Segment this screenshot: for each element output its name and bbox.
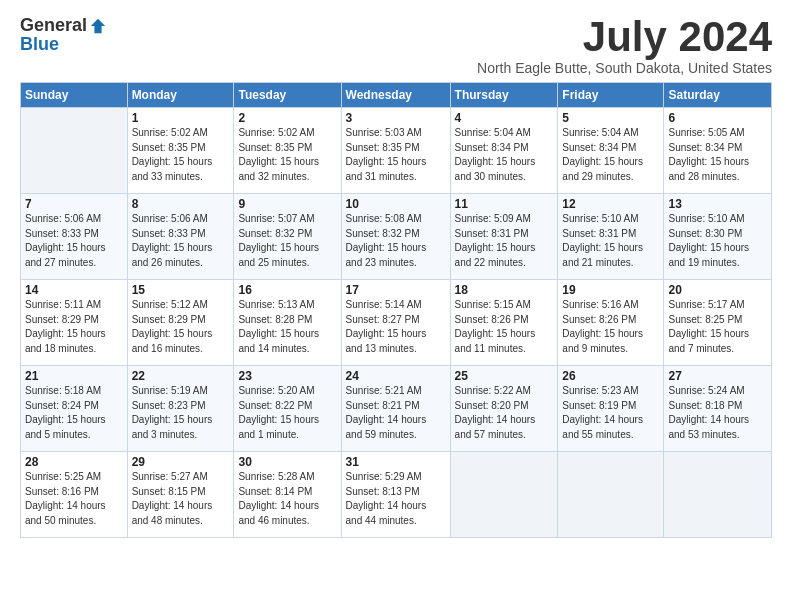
- table-row: 9Sunrise: 5:07 AM Sunset: 8:32 PM Daylig…: [234, 194, 341, 280]
- day-number: 24: [346, 369, 446, 383]
- header-monday: Monday: [127, 83, 234, 108]
- table-row: 27Sunrise: 5:24 AM Sunset: 8:18 PM Dayli…: [664, 366, 772, 452]
- table-row: 24Sunrise: 5:21 AM Sunset: 8:21 PM Dayli…: [341, 366, 450, 452]
- table-row: 26Sunrise: 5:23 AM Sunset: 8:19 PM Dayli…: [558, 366, 664, 452]
- table-row: 20Sunrise: 5:17 AM Sunset: 8:25 PM Dayli…: [664, 280, 772, 366]
- day-number: 9: [238, 197, 336, 211]
- table-row: 10Sunrise: 5:08 AM Sunset: 8:32 PM Dayli…: [341, 194, 450, 280]
- table-row: 23Sunrise: 5:20 AM Sunset: 8:22 PM Dayli…: [234, 366, 341, 452]
- header-wednesday: Wednesday: [341, 83, 450, 108]
- table-row: 18Sunrise: 5:15 AM Sunset: 8:26 PM Dayli…: [450, 280, 558, 366]
- day-number: 14: [25, 283, 123, 297]
- day-number: 15: [132, 283, 230, 297]
- day-info: Sunrise: 5:04 AM Sunset: 8:34 PM Dayligh…: [455, 126, 554, 184]
- day-number: 27: [668, 369, 767, 383]
- calendar-week-4: 21Sunrise: 5:18 AM Sunset: 8:24 PM Dayli…: [21, 366, 772, 452]
- day-number: 1: [132, 111, 230, 125]
- table-row: 3Sunrise: 5:03 AM Sunset: 8:35 PM Daylig…: [341, 108, 450, 194]
- day-info: Sunrise: 5:28 AM Sunset: 8:14 PM Dayligh…: [238, 470, 336, 528]
- day-info: Sunrise: 5:14 AM Sunset: 8:27 PM Dayligh…: [346, 298, 446, 356]
- day-info: Sunrise: 5:29 AM Sunset: 8:13 PM Dayligh…: [346, 470, 446, 528]
- day-number: 5: [562, 111, 659, 125]
- day-number: 2: [238, 111, 336, 125]
- day-number: 31: [346, 455, 446, 469]
- day-info: Sunrise: 5:15 AM Sunset: 8:26 PM Dayligh…: [455, 298, 554, 356]
- day-info: Sunrise: 5:03 AM Sunset: 8:35 PM Dayligh…: [346, 126, 446, 184]
- day-info: Sunrise: 5:12 AM Sunset: 8:29 PM Dayligh…: [132, 298, 230, 356]
- header-saturday: Saturday: [664, 83, 772, 108]
- day-info: Sunrise: 5:11 AM Sunset: 8:29 PM Dayligh…: [25, 298, 123, 356]
- table-row: [558, 452, 664, 538]
- day-number: 10: [346, 197, 446, 211]
- day-number: 7: [25, 197, 123, 211]
- svg-marker-0: [91, 19, 105, 33]
- day-info: Sunrise: 5:19 AM Sunset: 8:23 PM Dayligh…: [132, 384, 230, 442]
- table-row: 11Sunrise: 5:09 AM Sunset: 8:31 PM Dayli…: [450, 194, 558, 280]
- table-row: 14Sunrise: 5:11 AM Sunset: 8:29 PM Dayli…: [21, 280, 128, 366]
- table-row: 13Sunrise: 5:10 AM Sunset: 8:30 PM Dayli…: [664, 194, 772, 280]
- day-info: Sunrise: 5:13 AM Sunset: 8:28 PM Dayligh…: [238, 298, 336, 356]
- table-row: 6Sunrise: 5:05 AM Sunset: 8:34 PM Daylig…: [664, 108, 772, 194]
- table-row: 19Sunrise: 5:16 AM Sunset: 8:26 PM Dayli…: [558, 280, 664, 366]
- calendar-page: General Blue July 2024 North Eagle Butte…: [0, 0, 792, 612]
- header-sunday: Sunday: [21, 83, 128, 108]
- logo-icon: [89, 17, 107, 35]
- day-number: 19: [562, 283, 659, 297]
- day-info: Sunrise: 5:22 AM Sunset: 8:20 PM Dayligh…: [455, 384, 554, 442]
- day-info: Sunrise: 5:06 AM Sunset: 8:33 PM Dayligh…: [132, 212, 230, 270]
- day-number: 16: [238, 283, 336, 297]
- calendar-week-2: 7Sunrise: 5:06 AM Sunset: 8:33 PM Daylig…: [21, 194, 772, 280]
- day-info: Sunrise: 5:23 AM Sunset: 8:19 PM Dayligh…: [562, 384, 659, 442]
- day-info: Sunrise: 5:18 AM Sunset: 8:24 PM Dayligh…: [25, 384, 123, 442]
- day-number: 13: [668, 197, 767, 211]
- day-number: 3: [346, 111, 446, 125]
- logo: General Blue: [20, 16, 107, 55]
- header-tuesday: Tuesday: [234, 83, 341, 108]
- day-number: 28: [25, 455, 123, 469]
- table-row: 28Sunrise: 5:25 AM Sunset: 8:16 PM Dayli…: [21, 452, 128, 538]
- table-row: 17Sunrise: 5:14 AM Sunset: 8:27 PM Dayli…: [341, 280, 450, 366]
- day-info: Sunrise: 5:08 AM Sunset: 8:32 PM Dayligh…: [346, 212, 446, 270]
- day-info: Sunrise: 5:02 AM Sunset: 8:35 PM Dayligh…: [132, 126, 230, 184]
- day-info: Sunrise: 5:07 AM Sunset: 8:32 PM Dayligh…: [238, 212, 336, 270]
- day-info: Sunrise: 5:06 AM Sunset: 8:33 PM Dayligh…: [25, 212, 123, 270]
- day-info: Sunrise: 5:17 AM Sunset: 8:25 PM Dayligh…: [668, 298, 767, 356]
- calendar-week-5: 28Sunrise: 5:25 AM Sunset: 8:16 PM Dayli…: [21, 452, 772, 538]
- day-info: Sunrise: 5:04 AM Sunset: 8:34 PM Dayligh…: [562, 126, 659, 184]
- table-row: 21Sunrise: 5:18 AM Sunset: 8:24 PM Dayli…: [21, 366, 128, 452]
- day-number: 6: [668, 111, 767, 125]
- day-number: 4: [455, 111, 554, 125]
- table-row: [450, 452, 558, 538]
- day-number: 30: [238, 455, 336, 469]
- day-number: 29: [132, 455, 230, 469]
- table-row: 7Sunrise: 5:06 AM Sunset: 8:33 PM Daylig…: [21, 194, 128, 280]
- table-row: 29Sunrise: 5:27 AM Sunset: 8:15 PM Dayli…: [127, 452, 234, 538]
- day-number: 21: [25, 369, 123, 383]
- table-row: [21, 108, 128, 194]
- day-info: Sunrise: 5:24 AM Sunset: 8:18 PM Dayligh…: [668, 384, 767, 442]
- location-text: North Eagle Butte, South Dakota, United …: [477, 60, 772, 76]
- day-info: Sunrise: 5:10 AM Sunset: 8:30 PM Dayligh…: [668, 212, 767, 270]
- day-info: Sunrise: 5:09 AM Sunset: 8:31 PM Dayligh…: [455, 212, 554, 270]
- day-info: Sunrise: 5:10 AM Sunset: 8:31 PM Dayligh…: [562, 212, 659, 270]
- calendar-header-row: Sunday Monday Tuesday Wednesday Thursday…: [21, 83, 772, 108]
- day-number: 17: [346, 283, 446, 297]
- day-info: Sunrise: 5:21 AM Sunset: 8:21 PM Dayligh…: [346, 384, 446, 442]
- logo-blue: Blue: [20, 34, 59, 54]
- day-number: 12: [562, 197, 659, 211]
- day-info: Sunrise: 5:25 AM Sunset: 8:16 PM Dayligh…: [25, 470, 123, 528]
- day-info: Sunrise: 5:16 AM Sunset: 8:26 PM Dayligh…: [562, 298, 659, 356]
- page-header: General Blue July 2024 North Eagle Butte…: [20, 16, 772, 76]
- month-title: July 2024: [477, 16, 772, 58]
- calendar-week-1: 1Sunrise: 5:02 AM Sunset: 8:35 PM Daylig…: [21, 108, 772, 194]
- day-number: 11: [455, 197, 554, 211]
- day-number: 25: [455, 369, 554, 383]
- table-row: 31Sunrise: 5:29 AM Sunset: 8:13 PM Dayli…: [341, 452, 450, 538]
- table-row: 30Sunrise: 5:28 AM Sunset: 8:14 PM Dayli…: [234, 452, 341, 538]
- table-row: 22Sunrise: 5:19 AM Sunset: 8:23 PM Dayli…: [127, 366, 234, 452]
- day-number: 23: [238, 369, 336, 383]
- day-number: 20: [668, 283, 767, 297]
- day-number: 8: [132, 197, 230, 211]
- table-row: [664, 452, 772, 538]
- table-row: 4Sunrise: 5:04 AM Sunset: 8:34 PM Daylig…: [450, 108, 558, 194]
